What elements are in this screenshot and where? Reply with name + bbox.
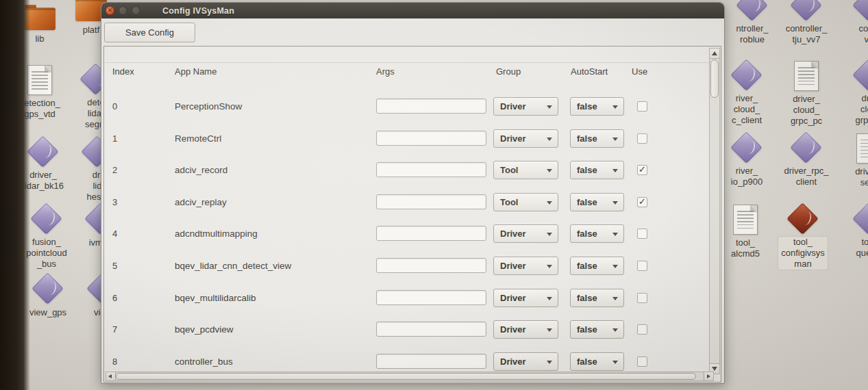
autostart-dropdown[interactable]: false: [570, 257, 624, 275]
desktop-icon[interactable]: tool_ configivsys man: [772, 203, 834, 270]
desktop-icon-label: tool_ configivsys man: [778, 237, 828, 270]
scroll-up-button[interactable]: [710, 49, 719, 59]
group-dropdown-value: Driver: [500, 356, 526, 367]
desktop-icon[interactable]: driv clou grpc_s: [838, 59, 868, 126]
row-index: 0: [112, 101, 117, 112]
app-diamond-icon: [852, 203, 868, 235]
arrow-down-icon: [712, 367, 717, 371]
autostart-dropdown[interactable]: false: [570, 129, 624, 148]
chevron-down-icon: [547, 297, 552, 300]
args-input[interactable]: [376, 258, 486, 273]
app-diamond-icon: [852, 59, 868, 92]
group-dropdown-value: Tool: [500, 197, 518, 207]
autostart-dropdown-value: false: [577, 229, 597, 239]
use-checkbox[interactable]: [637, 101, 647, 112]
maximize-button[interactable]: [132, 6, 140, 15]
config-window: Config IVSysMan Save Config Index App Na…: [101, 2, 725, 384]
table-row: 5 bqev_lidar_cnn_detect_view Driver fals…: [104, 257, 707, 277]
group-dropdown[interactable]: Driver: [493, 352, 558, 371]
desktop-icon[interactable]: driver_ serv: [838, 131, 868, 188]
scroll-right-button[interactable]: [704, 372, 713, 380]
chevron-down-icon: [547, 233, 552, 236]
args-input[interactable]: [376, 194, 486, 209]
chevron-down-icon: [547, 265, 552, 268]
args-input[interactable]: [376, 354, 486, 369]
desktop-icon-label: ntroller_ roblue: [736, 23, 769, 45]
row-app-name: bqev_pcdview: [175, 324, 234, 335]
chevron-down-icon: [612, 361, 618, 364]
horizontal-scrollbar[interactable]: [106, 372, 714, 381]
args-input[interactable]: [376, 162, 486, 177]
group-dropdown-value: Driver: [500, 324, 526, 335]
desktop-icon-label: driv clou grpc_s: [855, 93, 868, 126]
args-input[interactable]: [376, 99, 486, 114]
args-input[interactable]: [376, 290, 486, 305]
use-checkbox[interactable]: [637, 293, 647, 303]
group-dropdown-value: Driver: [500, 293, 526, 303]
desktop-icon[interactable]: contr vv: [838, 0, 868, 45]
group-dropdown[interactable]: Driver: [493, 97, 558, 116]
minimize-button[interactable]: [119, 6, 127, 15]
group-dropdown[interactable]: Driver: [493, 224, 558, 243]
chevron-down-icon: [547, 169, 552, 172]
group-dropdown[interactable]: Driver: [493, 320, 558, 339]
desktop-icon[interactable]: river_ cloud_ c_client: [716, 59, 778, 126]
row-index: 1: [112, 133, 117, 144]
autostart-dropdown[interactable]: false: [570, 161, 624, 179]
app-diamond-icon: [790, 0, 823, 22]
use-checkbox[interactable]: [637, 324, 647, 335]
desktop-icon-label: river_ io_p900: [731, 166, 762, 187]
chevron-down-icon: [612, 297, 618, 300]
autostart-dropdown[interactable]: false: [570, 320, 624, 339]
chevron-down-icon: [547, 201, 552, 205]
column-header-group: Group: [496, 66, 521, 77]
autostart-dropdown[interactable]: false: [570, 224, 624, 243]
args-input[interactable]: [376, 322, 486, 337]
row-app-name: controller_bus: [175, 356, 233, 367]
desktop-icon[interactable]: tool queryr: [838, 203, 868, 259]
autostart-dropdown[interactable]: false: [570, 97, 624, 116]
autostart-dropdown-value: false: [577, 261, 597, 271]
scroll-left-button[interactable]: [106, 372, 116, 380]
horizontal-scroll-thumb[interactable]: [116, 373, 696, 380]
desktop-icon[interactable]: controller_ tju_vv7: [776, 0, 837, 45]
autostart-dropdown[interactable]: false: [570, 289, 624, 307]
table-row: 1 RemoteCtrl Driver false: [104, 129, 707, 150]
desktop-icon-label: tool queryr: [856, 237, 868, 259]
app-diamond-icon: [790, 131, 823, 164]
group-dropdown[interactable]: Tool: [493, 193, 558, 211]
autostart-dropdown[interactable]: false: [570, 352, 624, 371]
args-input[interactable]: [376, 226, 486, 241]
args-input[interactable]: [376, 131, 486, 146]
titlebar[interactable]: Config IVSysMan: [101, 3, 724, 18]
chevron-down-icon: [547, 328, 552, 332]
group-dropdown[interactable]: Driver: [493, 129, 558, 148]
row-index: 7: [112, 324, 117, 335]
table-row: 3 adciv_replay Tool false: [104, 193, 707, 213]
document-icon: [27, 65, 52, 95]
desktop-icon[interactable]: driver_rpc_ client: [776, 131, 837, 187]
use-checkbox[interactable]: [637, 165, 647, 175]
row-index: 5: [112, 261, 117, 271]
row-index: 2: [112, 165, 117, 175]
group-dropdown[interactable]: Driver: [493, 289, 558, 307]
group-dropdown-value: Driver: [500, 229, 526, 239]
vertical-scroll-thumb[interactable]: [710, 60, 719, 98]
close-button[interactable]: [106, 6, 114, 15]
use-checkbox[interactable]: [637, 197, 647, 207]
desktop-icon[interactable]: ntroller_ roblue: [721, 0, 783, 45]
vertical-scrollbar[interactable]: [709, 48, 720, 374]
group-dropdown[interactable]: Tool: [493, 161, 558, 179]
desktop-icon[interactable]: driver_ cloud_ grpc_pc: [776, 59, 837, 127]
autostart-dropdown[interactable]: false: [570, 193, 624, 211]
row-app-name: adciv_replay: [175, 197, 227, 207]
desktop-icon[interactable]: river_ io_p900: [716, 131, 778, 187]
use-checkbox[interactable]: [637, 356, 647, 367]
document-icon: [733, 205, 758, 235]
use-checkbox[interactable]: [637, 133, 647, 144]
use-checkbox[interactable]: [637, 261, 647, 271]
use-checkbox[interactable]: [637, 229, 647, 239]
group-dropdown[interactable]: Driver: [493, 257, 558, 275]
arrow-right-icon: [707, 374, 710, 378]
save-config-button[interactable]: Save Config: [104, 23, 195, 42]
